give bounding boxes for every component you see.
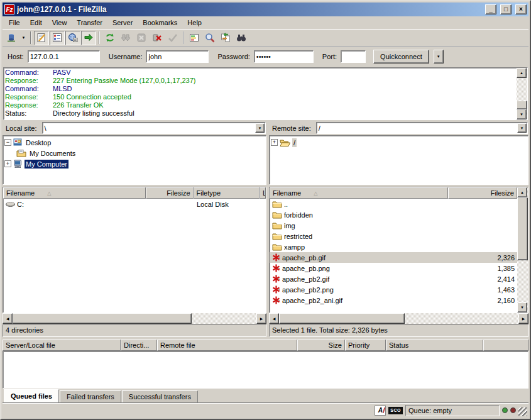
port-input[interactable] [341,50,366,63]
remote-file-row[interactable]: forbidden [270,209,517,220]
column-header-filename[interactable]: Filename△ [270,187,448,199]
status-bar: A SCO Queue: empty [3,402,528,417]
filter-button[interactable] [187,31,202,45]
close-button[interactable]: × [515,4,527,14]
tree-item-my-documents[interactable]: My Documents [4,148,266,158]
desktop-icon [13,138,23,146]
remote-file-row[interactable]: xampp [270,241,517,252]
local-site-dropdown-button[interactable]: ▼ [255,123,265,133]
menu-bookmarks[interactable]: Bookmarks [138,18,182,28]
scrollbar-thumb[interactable] [13,313,192,324]
remote-pane: Remote site: / ▼ + / Filename△ Fil [269,121,528,337]
reconnect-icon [168,33,178,43]
username-input[interactable] [146,50,209,63]
expand-icon[interactable]: + [4,160,11,167]
remote-vertical-scrollbar[interactable]: ▲ ▼ [517,187,528,312]
remote-file-row[interactable]: img [270,220,517,231]
column-header-filename[interactable]: Filename△ [3,187,146,199]
scroll-right-icon[interactable]: ▶ [518,313,528,324]
remote-site-combo[interactable]: / ▼ [316,122,528,134]
column-header-filesize[interactable]: Filesize [146,187,194,199]
scroll-down-icon[interactable]: ▼ [517,302,527,312]
column-header-last-modified[interactable]: L [260,187,266,199]
transfer-queue-list[interactable] [3,351,528,389]
refresh-button[interactable] [102,31,118,45]
menu-server[interactable]: Server [107,18,138,28]
scrollbar-thumb[interactable] [517,197,528,260]
quickconnect-button[interactable]: Quickconnect [373,50,429,64]
search-icon [205,33,215,43]
collapse-icon[interactable]: − [4,139,11,146]
maximize-button[interactable]: □ [500,4,512,14]
password-input[interactable] [254,50,314,63]
tree-item-root[interactable]: + / [271,137,528,148]
log-line: Command:MLSD [5,85,515,93]
sco-indicator-icon[interactable]: SCO [388,407,403,414]
column-header-filetype[interactable]: Filetype [194,187,260,199]
remote-horizontal-scrollbar[interactable]: ◀ ▶ [269,313,528,324]
toggle-transfer-queue-button[interactable] [81,31,96,45]
site-manager-button[interactable] [4,31,19,45]
column-header-status[interactable]: Status [386,340,483,351]
search-button[interactable] [202,31,217,45]
tab-successful-transfers[interactable]: Successful transfers [122,390,198,402]
local-horizontal-scrollbar[interactable]: ◀ ▶ [3,313,266,324]
synchronized-browsing-button[interactable] [218,31,233,45]
column-header-filesize[interactable]: Filesize [448,187,517,199]
column-header-size[interactable]: Size [297,340,345,351]
quickconnect-bar: Host: Username: Password: Port: Quickcon… [3,46,528,67]
host-input[interactable] [28,50,100,63]
local-list-header: Filename△ Filesize Filetype L [3,187,266,199]
column-header-server-local-file[interactable]: Server/Local file [3,340,121,351]
site-manager-dropdown-button[interactable]: ▼ [19,31,28,45]
directory-comparison-button[interactable] [234,31,249,45]
remote-file-row[interactable]: apache_pb2_ani.gif 2,160 [270,295,517,306]
reconnect-button[interactable] [165,31,180,45]
local-file-row[interactable]: C: Local Disk [3,199,266,209]
ascii-transfer-type-icon[interactable]: A [375,406,386,416]
remote-file-row[interactable]: .. [270,199,517,209]
menu-view[interactable]: View [47,18,72,28]
menu-transfer[interactable]: Transfer [72,18,107,28]
column-header-priority[interactable]: Priority [345,340,386,351]
column-header-direction[interactable]: Directi... [121,340,157,351]
tab-queued-files[interactable]: Queued files [4,389,59,402]
column-header-remote-file[interactable]: Remote file [157,340,297,351]
remote-file-row[interactable]: apache_pb2.png 1,463 [270,284,517,295]
tab-failed-transfers[interactable]: Failed transfers [60,390,121,402]
scroll-left-icon[interactable]: ◀ [3,313,13,324]
toggle-message-log-button[interactable] [34,31,49,45]
minimize-button[interactable]: _ [485,4,496,14]
host-label: Host: [8,53,24,60]
local-site-combo[interactable]: \ ▼ [42,122,266,134]
scroll-up-icon[interactable]: ▲ [517,68,527,78]
process-queue-button[interactable] [118,31,133,45]
remote-file-row-selected[interactable]: apache_pb.gif 2,326 [270,252,517,263]
tree-item-desktop[interactable]: − Desktop [4,137,266,148]
scroll-up-icon[interactable]: ▲ [517,187,527,197]
menu-edit[interactable]: Edit [25,18,47,28]
quickconnect-dropdown-button[interactable]: ▼ [434,50,444,64]
toggle-local-tree-button[interactable] [50,31,65,45]
toggle-remote-tree-button[interactable] [65,31,80,45]
remote-file-row[interactable]: apache_pb2.gif 2,414 [270,274,517,284]
resize-grip[interactable] [518,407,527,416]
remote-site-dropdown-button[interactable]: ▼ [517,123,527,133]
filezilla-logo-icon[interactable]: Fz [4,4,14,14]
scrollbar-thumb[interactable] [517,101,527,109]
remote-file-row[interactable]: restricted [270,231,517,241]
remote-file-row[interactable]: apache_pb.png 1,385 [270,263,517,274]
scrollbar-thumb[interactable] [279,313,405,324]
scroll-down-icon[interactable]: ▼ [517,109,527,119]
disconnect-button[interactable] [150,31,165,45]
tree-item-my-computer[interactable]: + My Computer [4,158,266,169]
menu-file[interactable]: File [4,18,25,28]
log-vertical-scrollbar[interactable]: ▲ ▼ [517,68,527,119]
local-list-body: C: Local Disk [3,199,266,312]
expand-icon[interactable]: + [271,139,278,146]
scroll-left-icon[interactable]: ◀ [269,313,279,324]
cancel-button[interactable] [134,31,149,45]
log-line: Response:227 Entering Passive Mode (127,… [5,77,515,85]
menu-help[interactable]: Help [182,18,207,28]
scroll-right-icon[interactable]: ▶ [256,313,266,324]
